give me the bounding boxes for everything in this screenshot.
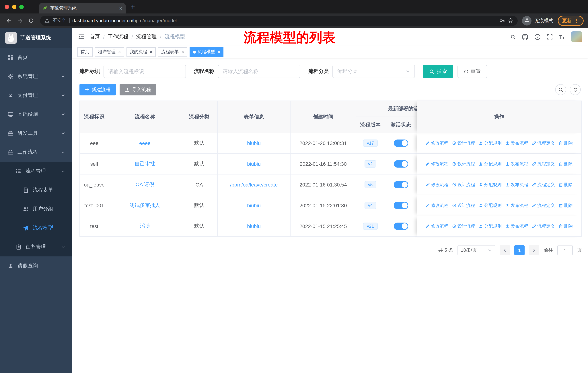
version-badge[interactable]: v2 <box>364 160 376 168</box>
action-modify[interactable]: 修改流程 <box>425 223 448 229</box>
form-info-link[interactable]: biubiu <box>247 140 261 146</box>
version-badge[interactable]: v17 <box>363 140 378 147</box>
process-name-link[interactable]: 测试多审批人 <box>130 202 160 209</box>
tag-home[interactable]: 首页 <box>77 47 93 57</box>
process-name-link[interactable]: eeee <box>139 140 151 146</box>
page-size-select[interactable]: 10条/页 <box>458 245 495 255</box>
action-assign-rule[interactable]: 分配规则 <box>479 161 502 167</box>
sidebar-item-process-model[interactable]: 流程模型 <box>0 219 72 238</box>
update-button[interactable]: 更新 ⋮ <box>558 15 584 26</box>
action-publish[interactable]: 发布流程 <box>505 181 528 188</box>
active-toggle[interactable] <box>394 160 408 168</box>
action-delete[interactable]: 删除 <box>558 202 573 209</box>
new-tab-button[interactable]: + <box>131 3 135 11</box>
font-size-icon[interactable]: TT <box>559 34 565 40</box>
prev-page-button[interactable] <box>500 245 510 255</box>
search-button[interactable]: 搜索 <box>423 65 453 78</box>
sidebar-item-workflow[interactable]: 工作流程 <box>0 143 72 162</box>
tab-close-icon[interactable]: × <box>119 5 122 11</box>
back-button[interactable] <box>4 16 14 25</box>
page-number-button[interactable]: 1 <box>514 245 525 255</box>
action-design[interactable]: 设计流程 <box>452 223 475 229</box>
window-zoom-button[interactable] <box>19 5 24 9</box>
sidebar-item-devtools[interactable]: 研发工具 <box>0 124 72 143</box>
process-name-link[interactable]: 滔博 <box>140 223 150 230</box>
user-avatar[interactable] <box>571 31 582 42</box>
form-info-link[interactable]: biubiu <box>247 161 261 167</box>
sidebar-item-process-form[interactable]: 流程表单 <box>0 181 72 200</box>
form-info-link[interactable]: biubiu <box>247 202 261 208</box>
create-process-button[interactable]: 新建流程 <box>79 84 116 95</box>
action-definition[interactable]: 流程定义 <box>532 181 555 188</box>
sidebar-item-user-group[interactable]: 用户分组 <box>0 200 72 219</box>
sidebar-item-process-management[interactable]: 流程管理 <box>0 162 72 181</box>
action-assign-rule[interactable]: 分配规则 <box>479 140 502 146</box>
browser-tab[interactable]: 芋道管理系统 × <box>39 3 126 13</box>
process-name-link[interactable]: OA 请假 <box>136 181 154 188</box>
tag-tenant-management[interactable]: 租户管理× <box>95 47 124 57</box>
version-badge[interactable]: v4 <box>364 202 376 209</box>
url-text[interactable]: dashboard.yudao.iocoder.cn/bpm/manager/m… <box>72 18 496 23</box>
action-publish[interactable]: 发布流程 <box>505 202 528 209</box>
process-name-link[interactable]: 自己审批 <box>135 161 155 167</box>
action-design[interactable]: 设计流程 <box>452 140 475 146</box>
key-icon[interactable] <box>499 18 505 23</box>
active-toggle[interactable] <box>394 222 408 230</box>
action-delete[interactable]: 删除 <box>558 140 573 146</box>
help-icon[interactable]: ? <box>535 34 541 40</box>
browser-menu-icon[interactable]: ⋮ <box>574 18 579 23</box>
action-publish[interactable]: 发布流程 <box>505 223 528 229</box>
sidebar-toggle-icon[interactable] <box>78 33 84 40</box>
forward-button[interactable] <box>15 16 25 25</box>
process-name-input[interactable] <box>218 65 300 78</box>
active-toggle[interactable] <box>394 140 408 147</box>
action-modify[interactable]: 修改流程 <box>425 161 448 167</box>
action-delete[interactable]: 删除 <box>558 161 573 167</box>
action-design[interactable]: 设计流程 <box>452 161 475 167</box>
breadcrumb-item[interactable]: 工作流程 <box>108 33 128 40</box>
refresh-table-button[interactable] <box>570 84 581 95</box>
sidebar-item-home[interactable]: 首页 <box>0 48 72 67</box>
form-info-link[interactable]: /bpm/oa/leave/create <box>230 182 278 188</box>
action-delete[interactable]: 删除 <box>558 223 573 229</box>
process-category-select[interactable]: 流程分类 <box>332 65 415 78</box>
version-badge[interactable]: v21 <box>363 222 378 230</box>
action-assign-rule[interactable]: 分配规则 <box>479 181 502 188</box>
breadcrumb-item[interactable]: 流程模型 <box>165 33 185 40</box>
action-definition[interactable]: 流程定义 <box>532 202 555 209</box>
action-delete[interactable]: 删除 <box>558 181 573 188</box>
tag-process-form[interactable]: 流程表单× <box>158 47 187 57</box>
bookmark-star-icon[interactable] <box>508 18 513 23</box>
action-assign-rule[interactable]: 分配规则 <box>479 223 502 229</box>
app-logo[interactable]: 芋道管理系统 <box>0 28 72 48</box>
action-definition[interactable]: 流程定义 <box>532 140 555 146</box>
breadcrumb-item[interactable]: 流程管理 <box>136 33 157 40</box>
sidebar-item-payment[interactable]: ¥支付管理 <box>0 86 72 105</box>
security-label[interactable]: 不安全 <box>52 18 66 24</box>
sidebar-item-leave-query[interactable]: 请假查询 <box>0 256 72 275</box>
sidebar-item-task-management[interactable]: 任务管理 <box>0 238 72 256</box>
form-info-link[interactable]: biubiu <box>247 223 261 229</box>
address-bar[interactable]: 不安全 dashboard.yudao.iocoder.cn/bpm/manag… <box>40 15 518 26</box>
active-toggle[interactable] <box>394 202 408 209</box>
reload-button[interactable] <box>26 16 36 25</box>
toggle-search-button[interactable] <box>555 84 566 95</box>
action-modify[interactable]: 修改流程 <box>425 181 448 188</box>
action-assign-rule[interactable]: 分配规则 <box>479 202 502 209</box>
action-publish[interactable]: 发布流程 <box>505 140 528 146</box>
active-toggle[interactable] <box>394 181 408 188</box>
tag-close-icon[interactable]: × <box>218 49 220 55</box>
breadcrumb-item[interactable]: 首页 <box>90 33 100 40</box>
action-modify[interactable]: 修改流程 <box>425 140 448 146</box>
process-key-input[interactable] <box>104 65 186 78</box>
search-icon[interactable] <box>510 34 516 40</box>
window-close-button[interactable] <box>5 5 9 9</box>
reset-button[interactable]: 重置 <box>458 65 487 78</box>
import-process-button[interactable]: 导入流程 <box>120 84 156 95</box>
action-modify[interactable]: 修改流程 <box>425 202 448 209</box>
tag-close-icon[interactable]: × <box>118 49 121 55</box>
sidebar-item-infrastructure[interactable]: 基础设施 <box>0 105 72 124</box>
tag-process-model[interactable]: 流程模型× <box>189 47 224 57</box>
window-minimize-button[interactable] <box>12 5 16 9</box>
fullscreen-icon[interactable] <box>547 34 553 40</box>
